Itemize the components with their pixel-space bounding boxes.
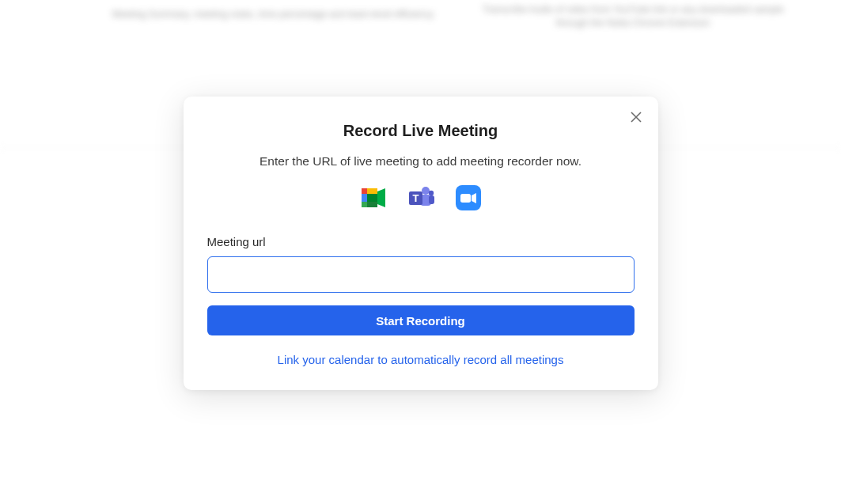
google-meet-icon	[359, 184, 388, 211]
svg-rect-13	[429, 195, 434, 204]
meeting-url-label: Meeting url	[207, 235, 635, 248]
svg-point-10	[422, 187, 430, 195]
svg-marker-3	[362, 188, 367, 194]
svg-marker-5	[362, 194, 367, 202]
modal-subtitle: Enter the URL of live meeting to add mee…	[207, 154, 635, 169]
record-live-meeting-modal: Record Live Meeting Enter the URL of liv…	[184, 97, 658, 390]
zoom-icon	[454, 184, 483, 211]
link-calendar-link[interactable]: Link your calendar to automatically reco…	[207, 353, 635, 366]
start-recording-button[interactable]: Start Recording	[207, 305, 635, 335]
modal-title: Record Live Meeting	[207, 122, 635, 140]
microsoft-teams-icon: T	[407, 184, 435, 211]
svg-point-11	[428, 191, 433, 195]
svg-marker-4	[367, 188, 377, 194]
svg-marker-8	[367, 194, 377, 202]
modal-overlay: Record Live Meeting Enter the URL of liv…	[0, 0, 841, 504]
svg-marker-7	[367, 202, 377, 207]
close-button[interactable]	[627, 108, 646, 127]
meeting-url-input[interactable]	[207, 256, 635, 293]
close-icon	[631, 112, 642, 123]
svg-marker-9	[377, 188, 385, 207]
svg-rect-17	[460, 194, 471, 203]
provider-icon-row: T	[207, 184, 635, 211]
svg-marker-6	[362, 202, 367, 207]
svg-text:T: T	[412, 192, 419, 204]
